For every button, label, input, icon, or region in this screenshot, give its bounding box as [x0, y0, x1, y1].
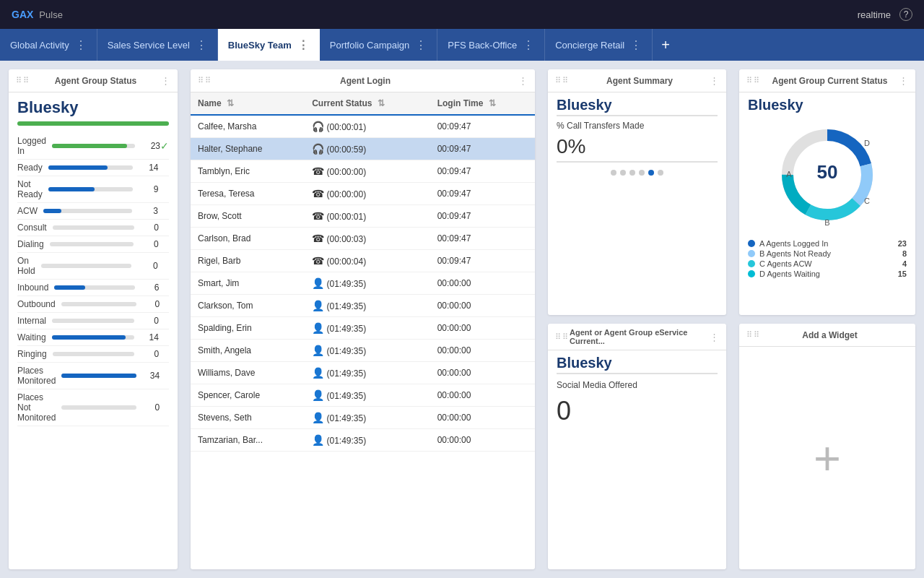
status-row: Internal 0 [17, 313, 169, 329]
panel2-header: ⠿⠿ Agent Login ⋮ [191, 69, 535, 92]
pagination-dot[interactable] [658, 170, 663, 176]
login-time: 00:09:47 [430, 160, 535, 183]
donut-label-c: C [864, 197, 870, 205]
tab-dots-icon[interactable]: ⋮ [630, 38, 642, 52]
legend-value: 4 [902, 259, 907, 268]
login-time: 00:00:00 [430, 272, 535, 295]
status-row: Places Not Monitored 0 [17, 389, 169, 426]
table-row[interactable]: Halter, Stephane 🎧 (00:00:59) 00:09:47 [191, 138, 535, 160]
legend-item: D Agents Waiting 15 [748, 269, 907, 278]
agent-icon: 👤 [312, 345, 324, 356]
status-label: Waiting [17, 332, 46, 342]
table-row[interactable]: Williams, Dave 👤 (01:49:35) 00:00:00 [191, 362, 535, 384]
pagination-dot[interactable] [611, 170, 616, 176]
drag-handle[interactable]: ⠿⠿ [16, 76, 30, 85]
panel3-menu[interactable]: ⋮ [710, 75, 719, 86]
status-label: Logged In [17, 136, 46, 156]
table-row[interactable]: Stevens, Seth 👤 (01:49:35) 00:00:00 [191, 407, 535, 429]
status-row: Waiting 14 [17, 329, 169, 346]
status-label: Places Not Monitored [17, 392, 56, 423]
tab-dots-icon[interactable]: ⋮ [523, 38, 534, 52]
tab-dots-icon[interactable]: ⋮ [75, 38, 87, 52]
dot-indicators [548, 167, 726, 178]
agent-name: Tamzarian, Bar... [191, 429, 305, 452]
table-row[interactable]: Tamblyn, Eric ☎ (00:00:00) 00:09:47 [191, 160, 535, 183]
table-row[interactable]: Tamzarian, Bar... 👤 (01:49:35) 00:00:00 [191, 429, 535, 452]
panel3b-menu[interactable]: ⋮ [710, 332, 719, 342]
table-row[interactable]: Smart, Jim 👤 (01:49:35) 00:00:00 [191, 272, 535, 295]
col-login[interactable]: Login Time ⇅ [430, 92, 535, 115]
donut-chart-area: 50 A B C D [739, 115, 915, 235]
legend-dot [748, 240, 755, 247]
drag-handle3b[interactable]: ⠿⠿ [555, 332, 570, 342]
agent-status: 👤 (01:49:35) [305, 272, 430, 295]
logo: GAX [12, 9, 33, 20]
panel4-menu[interactable]: ⋮ [899, 75, 908, 86]
panel4b-header: ⠿⠿ Add a Widget ⋮ [739, 324, 915, 347]
status-row: Places Monitored 34 [17, 363, 169, 389]
table-row[interactable]: Spencer, Carole 👤 (01:49:35) 00:00:00 [191, 384, 535, 407]
status-value: 3 [138, 206, 158, 216]
tab-portfolio-campaign[interactable]: Portfolio Campaign⋮ [320, 29, 438, 61]
agent-status: 👤 (01:49:35) [305, 384, 430, 407]
panel1-menu[interactable]: ⋮ [161, 75, 170, 86]
agent-status: ☎ (00:00:00) [305, 183, 430, 205]
login-time: 00:00:00 [430, 317, 535, 340]
help-icon[interactable]: ? [899, 8, 912, 21]
drag-handle2[interactable]: ⠿⠿ [198, 76, 212, 85]
agent-name: Calfee, Marsha [191, 115, 305, 138]
drag-handle4b[interactable]: ⠿⠿ [746, 330, 761, 340]
add-widget-plus-icon[interactable]: + [814, 431, 841, 486]
tab-global-activity[interactable]: Global Activity⋮ [0, 29, 97, 61]
pagination-dot[interactable] [620, 170, 626, 176]
pagination-dot[interactable] [639, 170, 645, 176]
status-label: Places Monitored [17, 366, 56, 386]
agent-status: ☎ (00:00:00) [305, 160, 430, 183]
agent-status: ☎ (00:00:04) [305, 250, 430, 272]
add-tab-button[interactable]: + [653, 29, 679, 61]
table-row[interactable]: Rigel, Barb ☎ (00:00:04) 00:09:47 [191, 250, 535, 272]
table-row[interactable]: Smith, Angela 👤 (01:49:35) 00:00:00 [191, 340, 535, 362]
table-row[interactable]: Clarkson, Tom 👤 (01:49:35) 00:00:00 [191, 295, 535, 317]
pagination-dot[interactable] [629, 170, 635, 176]
login-time: 00:00:00 [430, 384, 535, 407]
col-name[interactable]: Name ⇅ [191, 92, 305, 115]
drag-handle4[interactable]: ⠿⠿ [746, 76, 761, 85]
drag-handle3[interactable]: ⠿⠿ [555, 76, 570, 85]
table-row[interactable]: Calfee, Marsha 🎧 (00:00:01) 00:09:47 [191, 115, 535, 138]
tab-concierge-retail[interactable]: Concierge Retail⋮ [545, 29, 653, 61]
table-row[interactable]: Carlson, Brad ☎ (00:00:03) 00:09:47 [191, 228, 535, 250]
add-widget-content[interactable]: + [739, 347, 915, 569]
panel1-header: ⠿⠿ Agent Group Status ⋮ [9, 69, 178, 92]
login-time: 00:00:00 [430, 407, 535, 429]
pagination-dot[interactable] [648, 170, 654, 176]
agent-name: Brow, Scott [191, 205, 305, 228]
agent-status: 🎧 (00:00:59) [305, 138, 430, 160]
tab-sales-service-level[interactable]: Sales Service Level⋮ [97, 29, 218, 61]
status-row: Ringing 0 [17, 346, 169, 363]
panel4b-title: Add a Widget [802, 330, 858, 340]
status-bar-container [52, 144, 135, 148]
tab-dots-icon[interactable]: ⋮ [196, 38, 207, 52]
status-label: Ringing [17, 349, 47, 359]
col-status[interactable]: Current Status ⇅ [305, 92, 430, 115]
tab-label: Concierge Retail [555, 40, 624, 51]
status-rows: Logged In 23 ✓ Ready 14 Not Ready 9 ACW [9, 130, 178, 569]
table-row[interactable]: Spalding, Erin 👤 (01:49:35) 00:00:00 [191, 317, 535, 340]
panel4-header: ⠿⠿ Agent Group Current Status ⋮ [739, 69, 915, 92]
metric-value: 0% [548, 132, 726, 161]
tab-pfs-back-office[interactable]: PFS Back-Office⋮ [437, 29, 545, 61]
panel2-menu[interactable]: ⋮ [518, 75, 528, 86]
status-row: ACW 3 [17, 203, 169, 220]
tab-dots-icon[interactable]: ⋮ [415, 38, 427, 52]
tab-bluesky-team[interactable]: BlueSky Team⋮ [218, 29, 320, 61]
legend-value: 8 [902, 249, 907, 258]
status-value: 0 [140, 349, 159, 359]
status-bar-container [48, 165, 134, 170]
status-value: 0 [139, 239, 159, 249]
status-row: Logged In 23 ✓ [17, 133, 169, 160]
legend-label: D Agents Waiting [759, 269, 820, 278]
tab-dots-icon[interactable]: ⋮ [297, 38, 309, 52]
table-row[interactable]: Brow, Scott ☎ (00:00:01) 00:09:47 [191, 205, 535, 228]
table-row[interactable]: Teresa, Teresa ☎ (00:00:00) 00:09:47 [191, 183, 535, 205]
